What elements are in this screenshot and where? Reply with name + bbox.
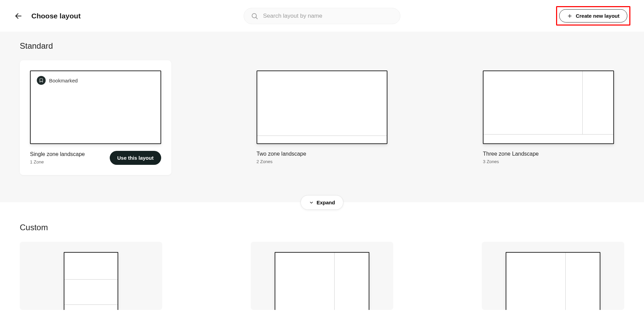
header-left: Choose layout <box>14 11 81 21</box>
card-footer: Three zone Landscape 3 Zones <box>483 151 614 164</box>
section-custom: Custom <box>0 202 644 314</box>
layout-zones: 2 Zones <box>257 159 306 164</box>
layout-card-single-zone[interactable]: Bookmarked Single zone landscape 1 Zone … <box>20 60 171 175</box>
layout-thumbnail <box>275 252 369 310</box>
page-title: Choose layout <box>31 12 81 20</box>
create-button-label: Create new layout <box>576 13 619 19</box>
create-button-highlight: Create new layout <box>556 6 630 26</box>
zone-divider <box>257 136 387 136</box>
card-footer: Single zone landscape 1 Zone Use this la… <box>30 151 161 165</box>
custom-grid <box>20 242 624 310</box>
layout-thumbnail <box>506 252 600 310</box>
layout-card-three-zone[interactable]: Three zone Landscape 3 Zones <box>473 60 624 175</box>
layout-zones: 1 Zone <box>30 159 85 164</box>
zone-divider <box>64 279 118 280</box>
card-meta: Two zone landscape 2 Zones <box>257 151 306 164</box>
search-input[interactable] <box>263 13 393 19</box>
thumb-wrap <box>492 252 614 310</box>
layout-name: Three zone Landscape <box>483 151 539 157</box>
bookmark-label: Bookmarked <box>49 78 78 83</box>
section-title-custom: Custom <box>20 223 624 232</box>
section-title-standard: Standard <box>20 41 624 51</box>
zone-divider <box>582 71 583 135</box>
layout-card-custom-2[interactable] <box>251 242 393 310</box>
standard-grid: Bookmarked Single zone landscape 1 Zone … <box>20 60 624 175</box>
arrow-left-icon <box>14 12 22 20</box>
section-standard: Standard Bookmarked Single zone landscap… <box>0 32 644 202</box>
expand-label: Expand <box>317 200 335 205</box>
layout-thumbnail <box>64 252 118 310</box>
layout-name: Single zone landscape <box>30 151 85 157</box>
expand-button[interactable]: Expand <box>301 195 343 210</box>
layout-name: Two zone landscape <box>257 151 306 157</box>
zone-divider <box>334 253 335 310</box>
layout-zones: 3 Zones <box>483 159 539 164</box>
create-new-layout-button[interactable]: Create new layout <box>559 9 627 22</box>
layout-card-custom-3[interactable] <box>482 242 624 310</box>
chevron-down-icon <box>309 200 314 205</box>
svg-point-1 <box>252 13 257 18</box>
bookmark-icon <box>37 76 46 85</box>
layout-card-custom-1[interactable] <box>20 242 162 310</box>
search-field[interactable] <box>244 8 400 24</box>
plus-icon <box>567 13 572 19</box>
thumb-wrap <box>261 252 383 310</box>
card-meta: Single zone landscape 1 Zone <box>30 151 85 164</box>
card-footer: Two zone landscape 2 Zones <box>257 151 388 164</box>
search-icon <box>251 12 258 20</box>
back-button[interactable] <box>14 11 23 21</box>
layout-card-two-zone[interactable]: Two zone landscape 2 Zones <box>246 60 398 175</box>
bookmark-tag: Bookmarked <box>37 76 78 85</box>
svg-line-2 <box>256 17 257 19</box>
layout-thumbnail: Bookmarked <box>30 70 161 144</box>
zone-divider <box>64 304 118 305</box>
thumb-wrap <box>30 252 152 310</box>
zone-divider <box>484 134 613 135</box>
use-layout-button[interactable]: Use this layout <box>110 151 161 165</box>
header: Choose layout Create new layout <box>0 0 644 32</box>
zone-divider <box>565 253 566 310</box>
layout-thumbnail <box>483 70 614 144</box>
layout-thumbnail <box>257 70 388 144</box>
card-meta: Three zone Landscape 3 Zones <box>483 151 539 164</box>
